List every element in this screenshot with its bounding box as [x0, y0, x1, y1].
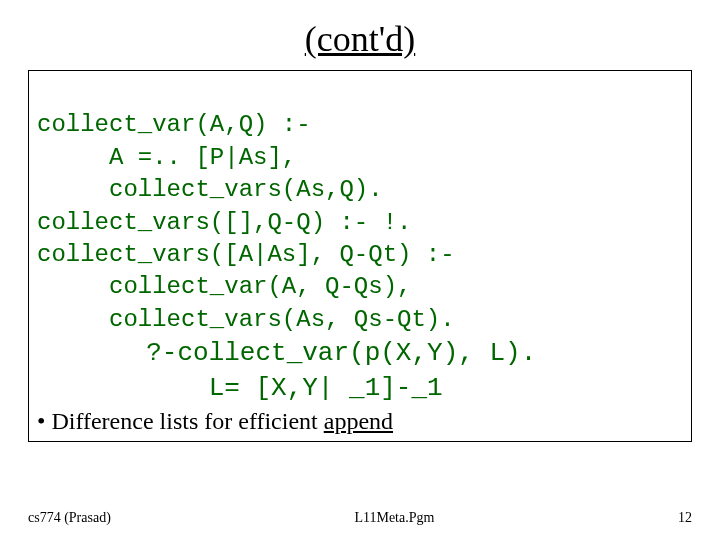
content-box: collect_var(A,Q) :- A =.. [P|As], collec… [28, 70, 692, 442]
footer-right: 12 [678, 510, 692, 526]
slide-title: (cont'd) [28, 18, 692, 60]
footer-left: cs774 (Prasad) [28, 510, 111, 526]
bullet-line: • Difference lists for efficient append [37, 408, 683, 435]
code-line: ?-collect_var(p(X,Y), L). [37, 338, 536, 368]
footer: cs774 (Prasad) L11Meta.Pgm 12 [28, 510, 692, 526]
bullet-text: • Difference lists for efficient [37, 408, 324, 434]
code-line: collect_var(A,Q) :- [37, 111, 311, 138]
code-block: collect_var(A,Q) :- A =.. [P|As], collec… [37, 77, 683, 406]
bullet-underlined: append [324, 408, 393, 434]
code-line: collect_vars([],Q-Q) :- !. [37, 209, 411, 236]
code-line: collect_var(A, Q-Qs), [37, 273, 411, 300]
slide: (cont'd) collect_var(A,Q) :- A =.. [P|As… [0, 0, 720, 540]
code-line: collect_vars([A|As], Q-Qt) :- [37, 241, 455, 268]
code-line: A =.. [P|As], [37, 144, 296, 171]
code-line: collect_vars(As, Qs-Qt). [37, 306, 455, 333]
footer-center: L11Meta.Pgm [354, 510, 434, 526]
code-line: collect_vars(As,Q). [37, 176, 383, 203]
code-line: L= [X,Y| _1]-_1 [37, 373, 443, 403]
